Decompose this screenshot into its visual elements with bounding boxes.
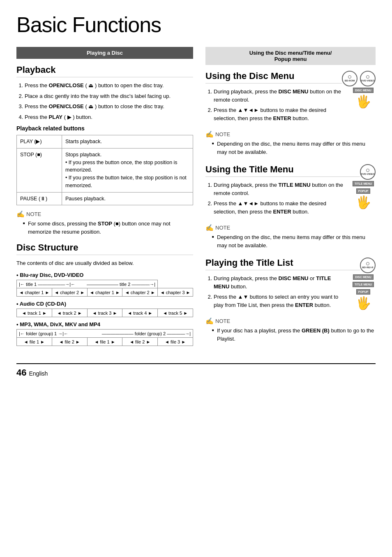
playback-note: ✍ NOTE For some discs, pressing the STOP…: [16, 210, 193, 236]
chapter3: ◄ chapter 1 ►: [87, 288, 122, 297]
playback-step-4: Press the PLAY ( ▶ ) button.: [25, 113, 193, 121]
playback-step-2: Place a disc gently into the tray with t…: [25, 92, 193, 100]
disc-menu-section: Using the Disc Menu BD-ROM DVD-VIDEO Dur…: [205, 71, 376, 156]
note-label: NOTE: [215, 225, 230, 231]
chapter1: ◄ chapter 1 ►: [17, 288, 52, 297]
disc-menu-remote-button: DISC MENU: [353, 88, 373, 93]
track4: ◄ track 4 ►: [122, 309, 158, 317]
hand-icon: 🖐: [356, 94, 371, 109]
hand-icon3: 🖐: [356, 296, 371, 310]
title-menu-content: During playback, press the TITLE MENU bu…: [205, 181, 348, 220]
title-menu-step-1: During playback, press the TITLE MENU bu…: [214, 181, 348, 197]
note-icon: ✍: [205, 130, 214, 138]
title-list-step-1: During playback, press the DISC MENU or …: [214, 274, 348, 290]
mp3-diagram: |← folder (group) 1 →|← ——————— folder (…: [16, 329, 193, 346]
right-column: Using the Disc menu/Title menu/Popup men…: [205, 47, 376, 351]
playback-table: PLAY (▶) Starts playback. STOP (■) Stops…: [16, 135, 193, 205]
disc-menu-badges: BD-ROM DVD-VIDEO: [342, 71, 376, 86]
desc-stop: Stops playback. • If you press the butto…: [62, 148, 193, 192]
table-row: |← title 1 ——————→|← ——————— title 2 ———…: [17, 280, 193, 288]
badge-dvdvideo2-label: DVD-VIDEO: [361, 173, 374, 176]
file3: ◄ file 1 ►: [87, 338, 122, 346]
title-list-step-2: Press the ▲▼ buttons to select an entry …: [214, 293, 348, 309]
playback-title: Playback: [16, 65, 193, 77]
hand-icon2: 🖐: [356, 195, 371, 209]
note-title: ✍ NOTE: [205, 224, 376, 232]
note-icon: ✍: [205, 224, 214, 232]
note-list: Depending on the disc, the menu items ma…: [205, 140, 376, 156]
track1: ◄ track 1 ►: [17, 309, 52, 317]
title-menu-remote-button1: TITLE MENU: [353, 181, 374, 186]
badge-dvdvideo: DVD-VIDEO: [360, 71, 376, 86]
mp3-table-top: |← folder (group) 1 →|← ——————— folder (…: [16, 329, 193, 346]
note-item: If your disc has a playlist, press the G…: [212, 327, 376, 343]
chapter2: ◄ chapter 2 ►: [52, 288, 87, 297]
note-list: Depending on the disc, the menu items ma…: [205, 233, 376, 249]
note-item: Depending on the disc, the menu items ma…: [212, 233, 376, 249]
desc-play: Starts playback.: [62, 135, 193, 149]
playback-steps: Press the OPEN/CLOSE ( ⏏ ) button to ope…: [16, 81, 193, 121]
badge-bdrom-label: BD-ROM: [345, 79, 355, 82]
note-label: NOTE: [26, 211, 41, 217]
desc-pause: Pauses playback.: [62, 192, 193, 205]
title-menu-badges: DVD-VIDEO: [360, 164, 376, 180]
title-list-note: ✍ NOTE If your disc has a playlist, pres…: [205, 317, 376, 343]
disc-structure-intro: The contents of disc are usually divided…: [16, 259, 193, 268]
folder1-label: |← folder (group) 1 →|←: [19, 331, 68, 336]
page-lang: English: [29, 370, 48, 377]
title-menu-step-2: Press the ▲▼◄► buttons to make the desir…: [214, 200, 348, 216]
playback-step-3: Press the OPEN/CLOSE ( ⏏ ) button to clo…: [25, 102, 193, 111]
disc-type-audiocd: Audio CD (CD-DA): [16, 301, 193, 307]
badge-bdrer: BD-RE/-R: [360, 258, 376, 273]
badge-bdrer-label: BD-RE/-R: [362, 266, 374, 269]
note-label: NOTE: [215, 318, 230, 324]
note-title: ✍ NOTE: [205, 317, 376, 325]
note-title: ✍ NOTE: [205, 130, 376, 138]
badge-dvdvideo2: DVD-VIDEO: [360, 164, 376, 180]
audiocd-table: ◄ track 1 ► ◄ track 2 ► ◄ track 3 ► ◄ tr…: [16, 309, 193, 317]
table-row: ◄ track 1 ► ◄ track 2 ► ◄ track 3 ► ◄ tr…: [17, 309, 193, 317]
related-buttons-title: Playback related buttons: [16, 125, 193, 132]
file5: ◄ file 3 ►: [158, 338, 193, 346]
title-list-remote-button2: TITLE MENU: [353, 282, 374, 287]
playback-step-1: Press the OPEN/CLOSE ( ⏏ ) button to ope…: [25, 81, 193, 90]
button-stop: STOP (■): [17, 148, 62, 192]
disc-menu-content: During playback, press the DISC MENU but…: [205, 88, 348, 126]
note-list: If your disc has a playlist, press the G…: [205, 327, 376, 343]
note-icon: ✍: [16, 210, 25, 218]
disc-type-mp3: MP3, WMA, DivX, MKV and MP4: [16, 321, 193, 327]
page-title: Basic Functions: [16, 12, 376, 37]
title1-label: |← title 1 ——————→|←: [19, 282, 75, 287]
title-menu-section: Using the Title Menu DVD-VIDEO During pl…: [205, 164, 376, 249]
note-item: For some discs, pressing the STOP (■) bu…: [23, 220, 193, 236]
disc-menu-step-1: During playback, press the DISC MENU but…: [214, 88, 348, 104]
title-list-remote: DISC MENU TITLE MENU POPUP 🖐: [351, 274, 376, 310]
playing-disc-header: Playing a Disc: [16, 47, 193, 59]
badge-dvdvideo-label: DVD-VIDEO: [361, 79, 374, 82]
title-menu-remote-button2: POPUP: [356, 188, 371, 194]
table-row: ◄ file 1 ► ◄ file 2 ► ◄ file 1 ► ◄ file …: [17, 338, 193, 346]
bluray-diagram: |← title 1 ——————→|← ——————— title 2 ———…: [16, 280, 193, 297]
disc-menu-title: Using the Disc Menu: [205, 71, 342, 84]
table-row: STOP (■) Stops playback. • If you press …: [17, 148, 193, 192]
title-list-badges: BD-RE/-R: [360, 258, 376, 273]
disc-menu-steps: During playback, press the DISC MENU but…: [205, 88, 348, 122]
audiocd-diagram: ◄ track 1 ► ◄ track 2 ► ◄ track 3 ► ◄ tr…: [16, 309, 193, 317]
track5: ◄ track 5 ►: [158, 309, 193, 317]
title-list-remote-button3: POPUP: [356, 289, 371, 295]
button-play: PLAY (▶): [17, 135, 62, 149]
title2-label: ——————— title 2 ————→|: [87, 282, 155, 287]
note-list: For some discs, pressing the STOP (■) bu…: [16, 220, 193, 236]
title-menu-remote: TITLE MENU POPUP 🖐: [351, 181, 376, 209]
disc-menu-header-text: Using the Disc menu/Title menu/Popup men…: [249, 50, 332, 62]
note-title: ✍ NOTE: [16, 210, 193, 218]
title-label-row: |← title 1 ——————→|← ——————— title 2 ———…: [17, 280, 158, 288]
note-icon: ✍: [205, 317, 214, 325]
title-menu-title: Using the Title Menu: [205, 164, 360, 177]
button-pause: PAUSE (⏸): [17, 192, 62, 205]
title-list-section: Playing the Title List BD-RE/-R During p…: [205, 258, 376, 343]
disc-menu-step-2: Press the ▲▼◄► buttons to make the desir…: [214, 106, 348, 122]
disc-menu-note: ✍ NOTE Depending on the disc, the menu i…: [205, 130, 376, 156]
track3: ◄ track 3 ►: [87, 309, 122, 317]
page-number: 46: [16, 367, 26, 378]
